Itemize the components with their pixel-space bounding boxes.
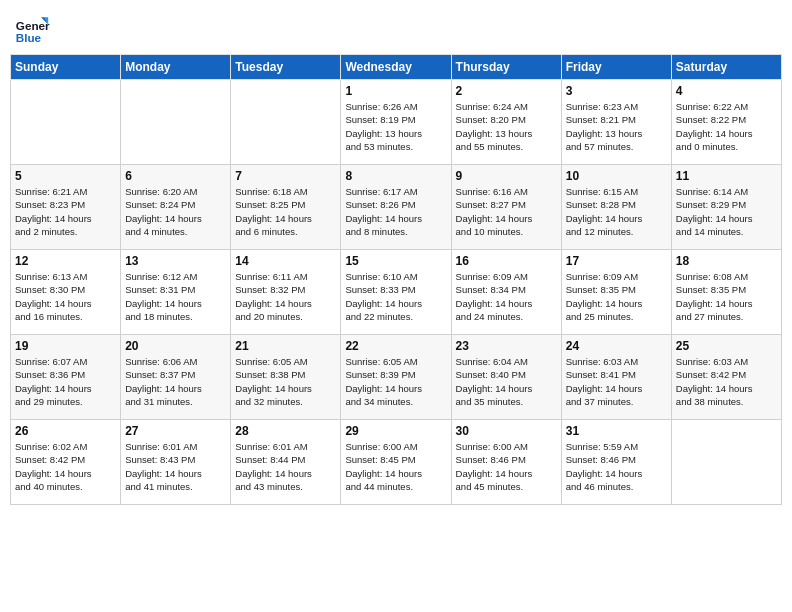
calendar-cell: 18Sunrise: 6:08 AM Sunset: 8:35 PM Dayli… — [671, 250, 781, 335]
calendar-cell: 29Sunrise: 6:00 AM Sunset: 8:45 PM Dayli… — [341, 420, 451, 505]
day-number: 14 — [235, 254, 336, 268]
cell-info: Sunrise: 6:00 AM Sunset: 8:46 PM Dayligh… — [456, 440, 557, 493]
cell-info: Sunrise: 6:20 AM Sunset: 8:24 PM Dayligh… — [125, 185, 226, 238]
cell-info: Sunrise: 6:05 AM Sunset: 8:39 PM Dayligh… — [345, 355, 446, 408]
calendar-cell: 10Sunrise: 6:15 AM Sunset: 8:28 PM Dayli… — [561, 165, 671, 250]
cell-info: Sunrise: 6:21 AM Sunset: 8:23 PM Dayligh… — [15, 185, 116, 238]
day-number: 3 — [566, 84, 667, 98]
calendar-cell: 4Sunrise: 6:22 AM Sunset: 8:22 PM Daylig… — [671, 80, 781, 165]
calendar-cell: 21Sunrise: 6:05 AM Sunset: 8:38 PM Dayli… — [231, 335, 341, 420]
cell-info: Sunrise: 6:02 AM Sunset: 8:42 PM Dayligh… — [15, 440, 116, 493]
cell-info: Sunrise: 6:26 AM Sunset: 8:19 PM Dayligh… — [345, 100, 446, 153]
cell-info: Sunrise: 6:09 AM Sunset: 8:34 PM Dayligh… — [456, 270, 557, 323]
calendar-cell: 3Sunrise: 6:23 AM Sunset: 8:21 PM Daylig… — [561, 80, 671, 165]
calendar-cell: 13Sunrise: 6:12 AM Sunset: 8:31 PM Dayli… — [121, 250, 231, 335]
day-number: 12 — [15, 254, 116, 268]
day-number: 21 — [235, 339, 336, 353]
logo-icon: General Blue — [14, 10, 50, 46]
calendar-cell — [231, 80, 341, 165]
cell-info: Sunrise: 6:10 AM Sunset: 8:33 PM Dayligh… — [345, 270, 446, 323]
calendar-cell: 7Sunrise: 6:18 AM Sunset: 8:25 PM Daylig… — [231, 165, 341, 250]
calendar-cell: 14Sunrise: 6:11 AM Sunset: 8:32 PM Dayli… — [231, 250, 341, 335]
cell-info: Sunrise: 6:09 AM Sunset: 8:35 PM Dayligh… — [566, 270, 667, 323]
cell-info: Sunrise: 6:14 AM Sunset: 8:29 PM Dayligh… — [676, 185, 777, 238]
calendar-cell: 11Sunrise: 6:14 AM Sunset: 8:29 PM Dayli… — [671, 165, 781, 250]
cell-info: Sunrise: 6:01 AM Sunset: 8:43 PM Dayligh… — [125, 440, 226, 493]
calendar-cell: 2Sunrise: 6:24 AM Sunset: 8:20 PM Daylig… — [451, 80, 561, 165]
calendar-cell: 6Sunrise: 6:20 AM Sunset: 8:24 PM Daylig… — [121, 165, 231, 250]
day-number: 13 — [125, 254, 226, 268]
day-number: 2 — [456, 84, 557, 98]
weekday-header: Friday — [561, 55, 671, 80]
calendar-cell — [121, 80, 231, 165]
day-number: 8 — [345, 169, 446, 183]
day-number: 31 — [566, 424, 667, 438]
calendar-cell — [671, 420, 781, 505]
cell-info: Sunrise: 6:04 AM Sunset: 8:40 PM Dayligh… — [456, 355, 557, 408]
cell-info: Sunrise: 6:17 AM Sunset: 8:26 PM Dayligh… — [345, 185, 446, 238]
calendar-cell: 9Sunrise: 6:16 AM Sunset: 8:27 PM Daylig… — [451, 165, 561, 250]
calendar-cell: 23Sunrise: 6:04 AM Sunset: 8:40 PM Dayli… — [451, 335, 561, 420]
weekday-header: Thursday — [451, 55, 561, 80]
day-number: 20 — [125, 339, 226, 353]
day-number: 27 — [125, 424, 226, 438]
day-number: 18 — [676, 254, 777, 268]
day-number: 7 — [235, 169, 336, 183]
calendar-cell: 20Sunrise: 6:06 AM Sunset: 8:37 PM Dayli… — [121, 335, 231, 420]
day-number: 30 — [456, 424, 557, 438]
day-number: 19 — [15, 339, 116, 353]
cell-info: Sunrise: 5:59 AM Sunset: 8:46 PM Dayligh… — [566, 440, 667, 493]
weekday-header: Wednesday — [341, 55, 451, 80]
calendar-cell: 1Sunrise: 6:26 AM Sunset: 8:19 PM Daylig… — [341, 80, 451, 165]
cell-info: Sunrise: 6:08 AM Sunset: 8:35 PM Dayligh… — [676, 270, 777, 323]
calendar-cell: 22Sunrise: 6:05 AM Sunset: 8:39 PM Dayli… — [341, 335, 451, 420]
calendar-cell: 30Sunrise: 6:00 AM Sunset: 8:46 PM Dayli… — [451, 420, 561, 505]
day-number: 23 — [456, 339, 557, 353]
weekday-header: Tuesday — [231, 55, 341, 80]
day-number: 25 — [676, 339, 777, 353]
weekday-header: Monday — [121, 55, 231, 80]
page-header: General Blue — [10, 10, 782, 46]
day-number: 15 — [345, 254, 446, 268]
cell-info: Sunrise: 6:03 AM Sunset: 8:42 PM Dayligh… — [676, 355, 777, 408]
day-number: 24 — [566, 339, 667, 353]
day-number: 17 — [566, 254, 667, 268]
cell-info: Sunrise: 6:24 AM Sunset: 8:20 PM Dayligh… — [456, 100, 557, 153]
calendar-cell: 31Sunrise: 5:59 AM Sunset: 8:46 PM Dayli… — [561, 420, 671, 505]
calendar-cell: 15Sunrise: 6:10 AM Sunset: 8:33 PM Dayli… — [341, 250, 451, 335]
calendar-cell: 26Sunrise: 6:02 AM Sunset: 8:42 PM Dayli… — [11, 420, 121, 505]
calendar-cell: 24Sunrise: 6:03 AM Sunset: 8:41 PM Dayli… — [561, 335, 671, 420]
day-number: 1 — [345, 84, 446, 98]
cell-info: Sunrise: 6:06 AM Sunset: 8:37 PM Dayligh… — [125, 355, 226, 408]
weekday-header: Sunday — [11, 55, 121, 80]
calendar-table: SundayMondayTuesdayWednesdayThursdayFrid… — [10, 54, 782, 505]
calendar-cell: 17Sunrise: 6:09 AM Sunset: 8:35 PM Dayli… — [561, 250, 671, 335]
day-number: 11 — [676, 169, 777, 183]
cell-info: Sunrise: 6:07 AM Sunset: 8:36 PM Dayligh… — [15, 355, 116, 408]
calendar-cell: 27Sunrise: 6:01 AM Sunset: 8:43 PM Dayli… — [121, 420, 231, 505]
calendar-cell: 5Sunrise: 6:21 AM Sunset: 8:23 PM Daylig… — [11, 165, 121, 250]
day-number: 26 — [15, 424, 116, 438]
calendar-cell — [11, 80, 121, 165]
logo: General Blue — [14, 10, 50, 46]
calendar-cell: 12Sunrise: 6:13 AM Sunset: 8:30 PM Dayli… — [11, 250, 121, 335]
calendar-cell: 19Sunrise: 6:07 AM Sunset: 8:36 PM Dayli… — [11, 335, 121, 420]
weekday-header: Saturday — [671, 55, 781, 80]
day-number: 29 — [345, 424, 446, 438]
calendar-cell: 16Sunrise: 6:09 AM Sunset: 8:34 PM Dayli… — [451, 250, 561, 335]
day-number: 5 — [15, 169, 116, 183]
day-number: 9 — [456, 169, 557, 183]
day-number: 28 — [235, 424, 336, 438]
day-number: 16 — [456, 254, 557, 268]
cell-info: Sunrise: 6:18 AM Sunset: 8:25 PM Dayligh… — [235, 185, 336, 238]
cell-info: Sunrise: 6:15 AM Sunset: 8:28 PM Dayligh… — [566, 185, 667, 238]
cell-info: Sunrise: 6:03 AM Sunset: 8:41 PM Dayligh… — [566, 355, 667, 408]
calendar-cell: 28Sunrise: 6:01 AM Sunset: 8:44 PM Dayli… — [231, 420, 341, 505]
cell-info: Sunrise: 6:00 AM Sunset: 8:45 PM Dayligh… — [345, 440, 446, 493]
calendar-cell: 25Sunrise: 6:03 AM Sunset: 8:42 PM Dayli… — [671, 335, 781, 420]
cell-info: Sunrise: 6:23 AM Sunset: 8:21 PM Dayligh… — [566, 100, 667, 153]
cell-info: Sunrise: 6:13 AM Sunset: 8:30 PM Dayligh… — [15, 270, 116, 323]
cell-info: Sunrise: 6:11 AM Sunset: 8:32 PM Dayligh… — [235, 270, 336, 323]
day-number: 6 — [125, 169, 226, 183]
day-number: 4 — [676, 84, 777, 98]
